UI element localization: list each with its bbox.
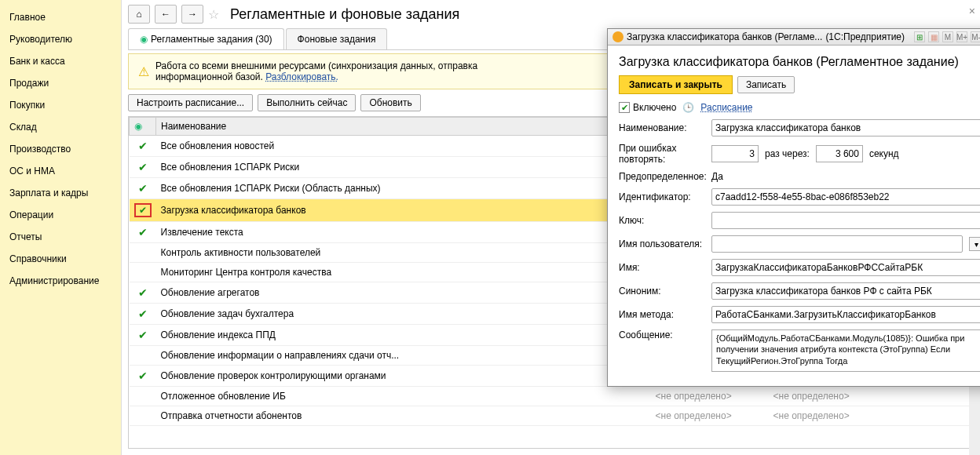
col-name[interactable]: Наименование bbox=[156, 118, 651, 136]
save-close-button[interactable]: Записать и закрыть bbox=[619, 75, 733, 94]
predef-value: Да bbox=[711, 171, 723, 182]
home-button[interactable]: ⌂ bbox=[128, 5, 150, 24]
table-row[interactable]: Отправка отчетности абонентов<не определ… bbox=[130, 406, 973, 426]
sidebar-item[interactable]: Отчеты bbox=[0, 226, 121, 248]
warning-icon: ⚠ bbox=[138, 64, 149, 79]
sidebar-item[interactable]: Покупки bbox=[0, 94, 121, 116]
refresh-button[interactable]: Обновить bbox=[360, 94, 420, 111]
sidebar-item[interactable]: Продажи bbox=[0, 72, 121, 94]
back-button[interactable]: ← bbox=[155, 5, 177, 24]
sidebar-item[interactable]: Руководителю bbox=[0, 28, 121, 50]
sidebar: ГлавноеРуководителюБанк и кассаПродажиПо… bbox=[0, 0, 122, 455]
user-select-button[interactable]: ▾ bbox=[969, 237, 980, 251]
dialog-heading: Загрузка классификатора банков (Регламен… bbox=[619, 55, 980, 69]
mem-mminus[interactable]: M- bbox=[971, 31, 980, 42]
col-enabled[interactable]: ◉ bbox=[130, 118, 156, 136]
sidebar-item[interactable]: Администрирование bbox=[0, 270, 121, 292]
task-dialog: Загрузка классификатора банков (Регламе.… bbox=[607, 28, 980, 387]
favorite-icon[interactable]: ☆ bbox=[208, 7, 219, 22]
retry-input[interactable] bbox=[711, 145, 759, 162]
configure-schedule-button[interactable]: Настроить расписание... bbox=[128, 94, 253, 111]
info-text: Работа со всеми внешними ресурсами (синх… bbox=[155, 60, 477, 71]
name-input[interactable] bbox=[711, 119, 980, 136]
sidebar-item[interactable]: Банк и касса bbox=[0, 50, 121, 72]
unlock-link[interactable]: Разблокировать. bbox=[265, 71, 338, 82]
sidebar-item[interactable]: Зарплата и кадры bbox=[0, 182, 121, 204]
syn-input[interactable] bbox=[711, 282, 980, 300]
id-input[interactable] bbox=[711, 188, 980, 206]
dialog-wintitle: Загрузка классификатора банков (Регламе.… bbox=[627, 31, 822, 42]
dialog-titlebar[interactable]: Загрузка классификатора банков (Регламе.… bbox=[608, 29, 980, 46]
clock-icon: 🕒 bbox=[682, 102, 694, 113]
app-icon bbox=[612, 31, 623, 42]
page-title: Регламентные и фоновые задания bbox=[230, 6, 459, 23]
key-input[interactable] bbox=[711, 212, 980, 229]
close-icon[interactable]: × bbox=[969, 5, 975, 17]
interval-input[interactable] bbox=[816, 145, 863, 162]
mem-m[interactable]: M bbox=[942, 31, 953, 42]
mem-mplus[interactable]: M+ bbox=[956, 31, 967, 42]
sidebar-item[interactable]: Производство bbox=[0, 138, 121, 160]
method-input[interactable] bbox=[711, 306, 980, 323]
sidebar-item[interactable]: Операции bbox=[0, 204, 121, 226]
tab[interactable]: ◉Регламентные задания (30) bbox=[128, 28, 284, 49]
sidebar-item[interactable]: Главное bbox=[0, 6, 121, 28]
dialog-wintitle2: (1С:Предприятие) bbox=[825, 31, 905, 42]
info-text2: информационной базой. bbox=[155, 71, 263, 82]
table-row[interactable]: Отложенное обновление ИБ<не определено><… bbox=[130, 387, 973, 406]
message-box[interactable]: {ОбщийМодуль.РаботаСБанками.Модуль(1085)… bbox=[711, 329, 980, 372]
main: × ⌂ ← → ☆ Регламентные и фоновые задания… bbox=[122, 0, 980, 455]
user-input[interactable] bbox=[711, 235, 963, 253]
enabled-checkbox[interactable]: ✔Включено bbox=[619, 102, 676, 113]
schedule-link[interactable]: Расписание bbox=[700, 102, 752, 113]
calendar-icon[interactable]: ▦ bbox=[928, 31, 939, 42]
tab[interactable]: Фоновые задания bbox=[286, 28, 388, 49]
sidebar-item[interactable]: Склад bbox=[0, 116, 121, 138]
forward-button[interactable]: → bbox=[181, 5, 203, 24]
iname-input[interactable] bbox=[711, 259, 980, 276]
save-button[interactable]: Записать bbox=[737, 76, 795, 93]
calc-icon[interactable]: ⊞ bbox=[914, 31, 925, 42]
toolbar: ⌂ ← → ☆ Регламентные и фоновые задания bbox=[122, 0, 980, 28]
sidebar-item[interactable]: ОС и НМА bbox=[0, 160, 121, 182]
sidebar-item[interactable]: Справочники bbox=[0, 248, 121, 270]
run-now-button[interactable]: Выполнить сейчас bbox=[258, 94, 356, 111]
